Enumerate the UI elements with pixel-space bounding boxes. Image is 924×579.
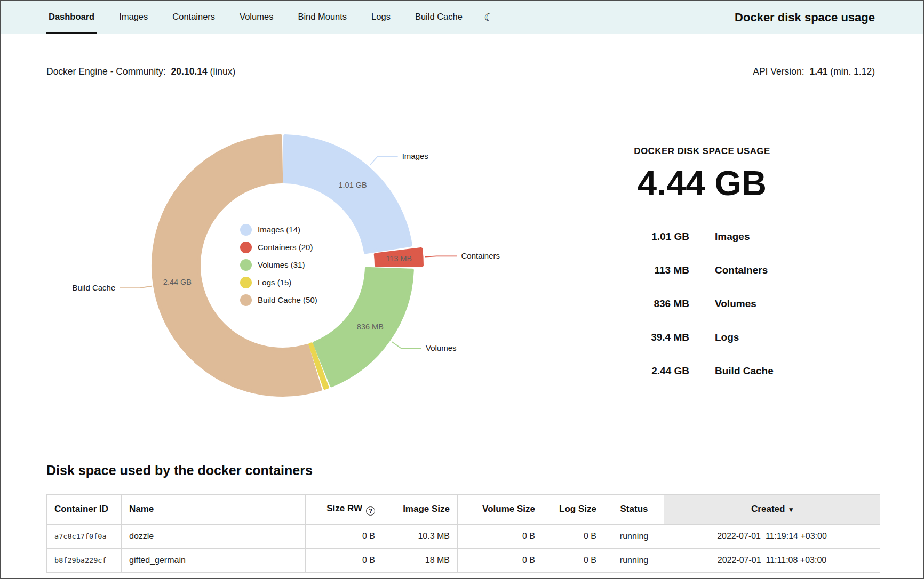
stat-label: Logs [715,332,811,343]
cell-image-size: 10.3 MB [383,524,458,548]
slice-leader-line-volumes [392,342,421,349]
api-label: API Version: [753,66,804,77]
cell-size-rw: 0 B [306,548,383,572]
column-label: Container ID [54,504,108,514]
legend-item-build-cache[interactable]: Build Cache (50) [240,291,317,309]
stat-value: 113 MB [593,264,689,276]
tab-containers[interactable]: Containers [170,1,217,34]
cell-created: 2022-07-01 11:11:08 +03:00 [664,548,880,572]
column-header-image-size[interactable]: Image Size [383,495,458,525]
chart-section: 1.01 GBImages113 MBContainers836 MBVolum… [46,106,878,425]
stat-row-images: 1.01 GBImages [527,231,878,243]
dark-mode-toggle[interactable]: ☾ [484,11,494,24]
slice-value-build-cache: 2.44 GB [163,278,192,286]
column-label: Created [751,504,785,514]
slice-callout-containers: Containers [461,251,500,260]
tab-build-cache[interactable]: Build Cache [413,1,465,34]
legend-item-volumes[interactable]: Volumes (31) [240,256,317,274]
nav-tabs: DashboardImagesContainersVolumesBind Mou… [46,1,465,34]
stat-label: Images [715,231,811,243]
legend-dot-volumes [240,259,252,271]
sort-desc-icon: ▾ [789,505,793,513]
table-section-heading: Disk space used by the docker containers [46,463,878,478]
table-body: a7c8c17f0f0adozzle0 B10.3 MB0 B0 Brunnin… [47,524,880,572]
tab-images[interactable]: Images [117,1,150,34]
stat-label: Volumes [715,298,811,310]
stat-label: Build Cache [715,365,811,377]
legend-item-images[interactable]: Images (14) [240,221,317,238]
column-header-log-size[interactable]: Log Size [543,495,604,525]
column-label: Status [620,504,648,514]
stat-row-logs: 39.4 MBLogs [527,332,878,343]
stat-value: 2.44 GB [593,365,689,377]
tab-logs[interactable]: Logs [369,1,393,34]
api-min: (min. 1.12) [830,66,875,77]
cell-volume-size: 0 B [458,524,543,548]
slice-callout-volumes: Volumes [426,343,457,352]
slice-leader-line-images [370,156,397,165]
slice-value-images: 1.01 GB [339,181,367,189]
engine-info-row: Docker Engine - Community: 20.10.14 (lin… [46,66,878,77]
api-info: API Version: 1.41 (min. 1.12) [753,66,878,77]
cell-container-id: a7c8c17f0f0a [47,524,122,548]
stat-value: 836 MB [593,298,689,310]
table-header-row: Container IDNameSize RW?Image SizeVolume… [47,495,880,525]
tab-dashboard[interactable]: Dashboard [46,1,97,34]
column-header-created[interactable]: Created▾ [664,495,880,525]
main-content: Docker Engine - Community: 20.10.14 (lin… [1,66,923,573]
stat-row-build-cache: 2.44 GBBuild Cache [527,365,878,377]
legend-dot-build-cache [240,294,252,306]
legend-dot-images [240,224,252,236]
api-version: 1.41 [809,66,827,77]
column-label: Size RW [326,503,362,513]
engine-info: Docker Engine - Community: 20.10.14 (lin… [46,66,238,77]
tab-volumes[interactable]: Volumes [237,1,275,34]
engine-platform: (linux) [210,66,236,77]
tab-bind-mounts[interactable]: Bind Mounts [296,1,349,34]
cell-status: running [604,548,664,572]
legend-label: Build Cache (50) [258,295,317,304]
moon-icon: ☾ [484,11,494,23]
slice-callout-images: Images [402,151,428,160]
cell-container-id: b8f29ba229cf [47,548,122,572]
help-icon[interactable]: ? [366,506,375,516]
chart-legend: Images (14)Containers (20)Volumes (31)Lo… [240,221,317,309]
app-window: DashboardImagesContainersVolumesBind Mou… [0,0,924,579]
legend-label: Images (14) [258,225,300,234]
cell-status: running [604,524,664,548]
summary-stats: 1.01 GBImages113 MBContainers836 MBVolum… [527,231,878,377]
table-row: b8f29ba229cfgifted_germain0 B18 MB0 B0 B… [47,548,880,572]
cell-created: 2022-07-01 11:19:14 +03:00 [664,524,880,548]
total-disk-usage: 4.44 GB [527,163,878,203]
column-label: Log Size [559,504,596,514]
slice-callout-build-cache: Build Cache [72,283,115,292]
summary-heading: DOCKER DISK SPACE USAGE [527,146,878,157]
slice-value-volumes: 836 MB [357,323,384,331]
legend-item-containers[interactable]: Containers (20) [240,238,317,256]
app-title: Docker disk space usage [735,11,875,25]
column-label: Name [129,504,154,514]
stat-row-volumes: 836 MBVolumes [527,298,878,310]
cell-log-size: 0 B [543,548,604,572]
column-label: Volume Size [482,504,535,514]
column-header-size-rw[interactable]: Size RW? [306,495,383,525]
cell-name: gifted_germain [122,548,306,572]
legend-item-logs[interactable]: Logs (15) [240,274,317,291]
disk-usage-summary: DOCKER DISK SPACE USAGE 4.44 GB 1.01 GBI… [527,106,878,425]
column-header-volume-size[interactable]: Volume Size [458,495,543,525]
top-navigation: DashboardImagesContainersVolumesBind Mou… [1,1,923,34]
legend-dot-logs [240,277,252,288]
stat-label: Containers [715,264,811,276]
stat-value: 1.01 GB [593,231,689,243]
column-header-status[interactable]: Status [604,495,664,525]
slice-value-containers: 113 MB [386,254,412,263]
column-header-name[interactable]: Name [122,495,306,525]
engine-version: 20.10.14 [171,66,208,77]
engine-label: Docker Engine - Community: [46,66,166,77]
divider [46,101,878,101]
stat-row-containers: 113 MBContainers [527,264,878,276]
cell-image-size: 18 MB [383,548,458,572]
legend-label: Logs (15) [258,278,291,287]
stat-value: 39.4 MB [593,332,689,343]
column-header-container-id[interactable]: Container ID [47,495,122,525]
